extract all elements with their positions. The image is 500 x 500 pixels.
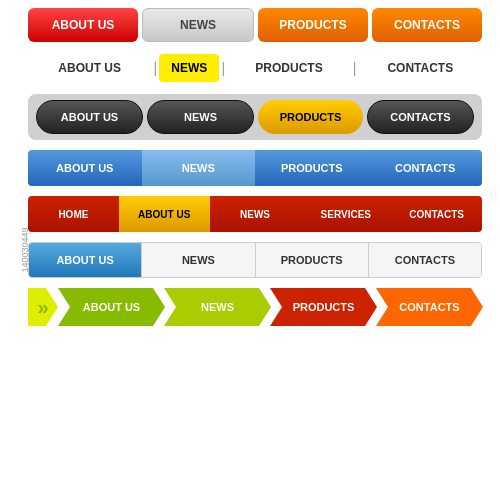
- chevron-icon: »: [37, 296, 48, 319]
- nav-row-4: ABOUT US NEWS PRODUCTS CONTACTS: [28, 150, 482, 186]
- nav6-products[interactable]: PRODUCTS: [256, 243, 369, 277]
- nav5-services[interactable]: SERVICES: [300, 196, 391, 232]
- nav5-contacts[interactable]: CONTACTS: [391, 196, 482, 232]
- nav5-about-us[interactable]: ABOUT US: [119, 196, 210, 232]
- nav7-news[interactable]: NEWS: [164, 288, 271, 326]
- nav2-news[interactable]: NEWS: [159, 54, 219, 82]
- nav3-about-us[interactable]: ABOUT US: [36, 100, 143, 134]
- nav6-contacts[interactable]: CONTACTS: [369, 243, 481, 277]
- nav1-news[interactable]: NEWS: [142, 8, 254, 42]
- nav-row-2: ABOUT US | NEWS | PRODUCTS | CONTACTS: [28, 52, 482, 84]
- nav2-products[interactable]: PRODUCTS: [227, 54, 350, 82]
- nav5-news[interactable]: NEWS: [210, 196, 301, 232]
- nav4-news[interactable]: NEWS: [142, 150, 256, 186]
- nav-row-6: ABOUT US NEWS PRODUCTS CONTACTS: [28, 242, 482, 278]
- nav7-about-us[interactable]: ABOUT US: [58, 288, 165, 326]
- nav7-products[interactable]: PRODUCTS: [270, 288, 377, 326]
- nav4-products[interactable]: PRODUCTS: [255, 150, 369, 186]
- nav3-news[interactable]: NEWS: [147, 100, 254, 134]
- nav6-about-us[interactable]: ABOUT US: [29, 243, 142, 277]
- nav6-news[interactable]: NEWS: [142, 243, 255, 277]
- nav7-chevron-start: »: [28, 288, 58, 326]
- nav-row-5: HOME ABOUT US NEWS SERVICES CONTACTS: [28, 196, 482, 232]
- nav3-contacts[interactable]: CONTACTS: [367, 100, 474, 134]
- nav2-contacts[interactable]: CONTACTS: [359, 54, 482, 82]
- nav1-about-us[interactable]: ABOUT US: [28, 8, 138, 42]
- nav2-sep3: |: [351, 60, 359, 76]
- nav5-home[interactable]: HOME: [28, 196, 119, 232]
- nav-row-3: ABOUT US NEWS PRODUCTS CONTACTS: [28, 94, 482, 140]
- nav-row-1: ABOUT US NEWS PRODUCTS CONTACTS: [28, 8, 482, 42]
- nav1-products[interactable]: PRODUCTS: [258, 8, 368, 42]
- nav2-about-us[interactable]: ABOUT US: [28, 54, 151, 82]
- nav2-sep1: |: [151, 60, 159, 76]
- nav4-about-us[interactable]: ABOUT US: [28, 150, 142, 186]
- nav2-sep2: |: [219, 60, 227, 76]
- nav-container: ABOUT US NEWS PRODUCTS CONTACTS ABOUT US…: [0, 0, 500, 334]
- watermark: 140030449: [20, 227, 30, 272]
- nav3-products[interactable]: PRODUCTS: [258, 100, 363, 134]
- nav1-contacts[interactable]: CONTACTS: [372, 8, 482, 42]
- nav-row-7: » ABOUT US NEWS PRODUCTS CONTACTS: [28, 288, 482, 326]
- nav7-contacts[interactable]: CONTACTS: [376, 288, 483, 326]
- nav4-contacts[interactable]: CONTACTS: [369, 150, 483, 186]
